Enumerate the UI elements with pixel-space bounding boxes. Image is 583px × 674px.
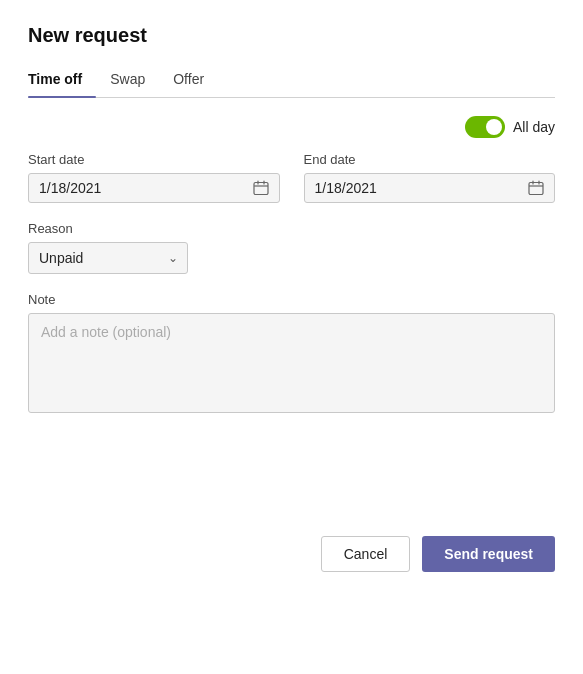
end-date-calendar-icon[interactable] (528, 180, 544, 196)
tabs-container: Time off Swap Offer (28, 63, 555, 98)
start-date-field: Start date 1/18/2021 (28, 152, 280, 203)
start-date-input[interactable]: 1/18/2021 (28, 173, 280, 203)
send-request-button[interactable]: Send request (422, 536, 555, 572)
start-date-value: 1/18/2021 (39, 180, 245, 196)
end-date-input[interactable]: 1/18/2021 (304, 173, 556, 203)
end-date-field: End date 1/18/2021 (304, 152, 556, 203)
tab-swap[interactable]: Swap (96, 63, 159, 97)
svg-rect-0 (254, 183, 268, 195)
svg-rect-4 (529, 183, 543, 195)
buttons-row: Cancel Send request (28, 536, 555, 572)
start-date-label: Start date (28, 152, 280, 167)
allday-label: All day (513, 119, 555, 135)
reason-label: Reason (28, 221, 555, 236)
reason-select[interactable]: Unpaid Paid Sick Vacation (28, 242, 188, 274)
allday-row: All day (28, 116, 555, 138)
allday-toggle[interactable] (465, 116, 505, 138)
start-date-calendar-icon[interactable] (253, 180, 269, 196)
reason-section: Reason Unpaid Paid Sick Vacation ⌄ (28, 221, 555, 274)
note-section: Note (28, 292, 555, 416)
reason-select-wrapper: Unpaid Paid Sick Vacation ⌄ (28, 242, 188, 274)
tab-time-off[interactable]: Time off (28, 63, 96, 97)
note-textarea[interactable] (28, 313, 555, 413)
end-date-value: 1/18/2021 (315, 180, 521, 196)
end-date-label: End date (304, 152, 556, 167)
dates-row: Start date 1/18/2021 End date 1/18/2021 (28, 152, 555, 203)
page-title: New request (28, 24, 555, 47)
note-label: Note (28, 292, 555, 307)
tab-offer[interactable]: Offer (159, 63, 218, 97)
cancel-button[interactable]: Cancel (321, 536, 411, 572)
